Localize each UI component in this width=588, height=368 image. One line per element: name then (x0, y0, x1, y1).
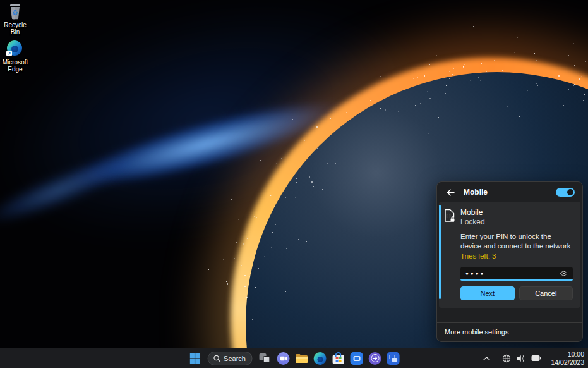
flyout-spacer (437, 308, 582, 322)
mobile-locked-card: Mobile Locked Enter your PIN to unlock t… (439, 202, 580, 308)
back-button[interactable] (445, 187, 456, 198)
cast-screens-app-icon (387, 352, 400, 365)
desktop-icon-label: Recycle Bin (0, 21, 32, 35)
edge-browser-icon (314, 352, 327, 365)
left-arrow-icon (447, 189, 455, 196)
search-icon (213, 355, 220, 362)
hidden-icons-chevron[interactable] (481, 355, 493, 362)
file-explorer-button[interactable] (294, 350, 310, 367)
card-status: Locked (460, 218, 485, 227)
taskbar: Search (0, 348, 588, 368)
battery-icon (531, 355, 541, 362)
card-title: Mobile (460, 208, 485, 218)
desktop-icon-edge[interactable]: ↗ Microsoft Edge (0, 40, 32, 73)
system-tray-area: 10:00 14/02/2023 (481, 348, 584, 368)
tries-left-text: Tries left: 3 (460, 252, 573, 261)
store-button[interactable] (330, 350, 347, 367)
network-globe-icon (502, 354, 511, 363)
system-tray[interactable] (498, 352, 546, 365)
taskbar-center-group: Search (186, 348, 402, 368)
cast-app-button[interactable] (385, 350, 402, 367)
selection-accent-bar (439, 205, 441, 299)
next-button[interactable]: Next (460, 286, 515, 300)
eye-icon[interactable] (560, 271, 568, 276)
tray-date: 14/02/2023 (551, 359, 584, 367)
search-box[interactable]: Search (207, 352, 253, 365)
search-label: Search (224, 355, 246, 362)
start-button[interactable] (186, 350, 203, 367)
more-mobile-settings-link[interactable]: More mobile settings (437, 322, 582, 341)
chat-video-icon (277, 352, 290, 365)
volume-icon (517, 355, 525, 362)
mobile-toggle[interactable] (556, 188, 575, 197)
windows-logo-icon (189, 353, 200, 364)
purple-arrow-app-button[interactable] (367, 350, 383, 367)
blue-screen-app-icon (351, 352, 363, 365)
flyout-title: Mobile (464, 188, 488, 197)
flyout-header: Mobile (437, 182, 582, 202)
chevron-up-icon (483, 357, 490, 360)
pin-dots: ●●●● (465, 271, 560, 276)
blue-screen-app-button[interactable] (349, 350, 365, 367)
cancel-button[interactable]: Cancel (519, 286, 573, 300)
shortcut-arrow-icon: ↗ (6, 51, 12, 56)
purple-arrow-app-icon (369, 352, 381, 365)
edge-icon: ↗ (7, 40, 23, 57)
clock[interactable]: 10:00 14/02/2023 (551, 350, 584, 367)
mobile-flyout: Mobile Mobile Locked (436, 181, 583, 342)
pin-description: Enter your PIN to unlock the device and … (460, 232, 573, 251)
recycle-bin-icon: ♻ (8, 3, 23, 20)
microsoft-store-icon (333, 355, 344, 364)
file-explorer-icon (296, 353, 308, 364)
desktop-icon-label: Microsoft Edge (0, 59, 32, 73)
pin-input[interactable]: ●●●● (460, 267, 573, 281)
task-view-button[interactable] (257, 350, 273, 367)
edge-button[interactable] (312, 350, 328, 367)
svg-text:♻: ♻ (12, 9, 18, 17)
toggle-knob (567, 189, 573, 195)
tray-time: 10:00 (551, 350, 584, 359)
chat-button[interactable] (275, 350, 292, 367)
desktop-icon-recycle-bin[interactable]: ♻ Recycle Bin (0, 3, 32, 35)
sim-lock-icon (444, 208, 455, 223)
desktop-screen: ♻ Recycle Bin ↗ Microsoft Edge Mobile (0, 0, 588, 368)
